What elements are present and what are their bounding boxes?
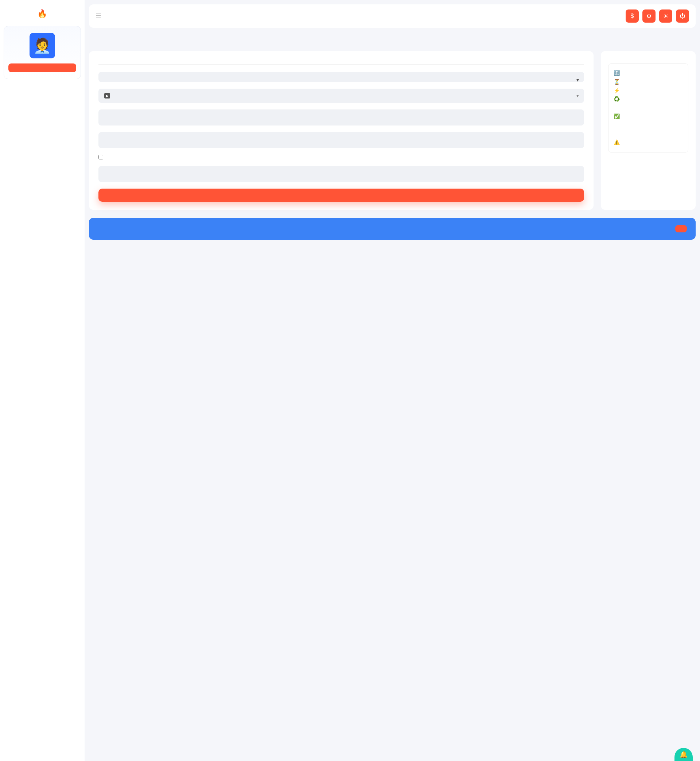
dollar-icon: $ [631,13,634,19]
user-card: 🧑‍💼 [4,26,81,79]
submit-button[interactable] [98,189,584,202]
settings-button[interactable]: ⚙ [642,9,656,23]
youtube-icon: ▶ [104,93,110,99]
sun-icon: ☀ [663,13,668,20]
theme-button[interactable]: ☀ [659,9,672,23]
service-select[interactable]: ▶ ▾ [98,89,584,103]
order-panel: ▾ ▶ ▾ [89,51,594,210]
power-icon: ⏻ [680,13,686,19]
description-box: 🔝 ⏳ ⚡ ♻️ ✅ ⚠️ [608,63,688,152]
description-panel: 🔝 ⏳ ⚡ ♻️ ✅ ⚠️ [601,51,695,210]
charge-input[interactable] [98,166,584,182]
bell-icon: 🔔 [680,750,688,758]
category-select[interactable]: ▾ [98,72,584,82]
logo[interactable]: 🔥 [4,5,81,26]
chevron-down-icon: ▾ [577,92,579,100]
quantity-input[interactable] [98,132,584,148]
dripfeed-checkbox[interactable] [98,155,103,160]
chevron-down-icon: ▾ [577,77,579,83]
topbar: ☰ $ ⚙ ☀ ⏻ [89,5,695,28]
hamburger-icon[interactable]: ☰ [95,12,102,20]
avatar: 🧑‍💼 [30,33,55,58]
gear-icon: ⚙ [647,13,652,20]
footer [89,218,695,240]
open-ticket-button[interactable] [675,225,687,232]
link-input[interactable] [98,110,584,125]
logout-button[interactable]: ⏻ [676,9,689,23]
funds-button[interactable]: $ [626,9,639,23]
balance-button[interactable] [8,63,76,72]
